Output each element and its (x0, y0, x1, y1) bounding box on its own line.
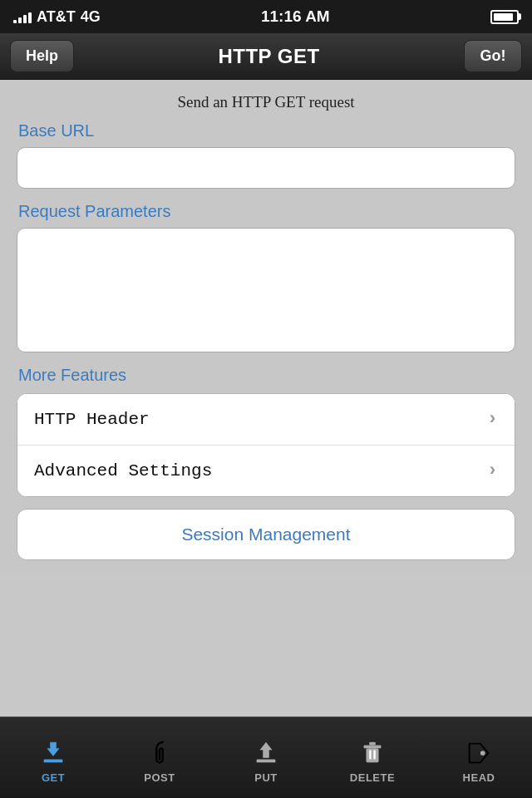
help-button[interactable]: Help (10, 40, 74, 72)
chevron-right-icon: › (487, 461, 498, 481)
request-params-label: Request Parameters (17, 202, 515, 221)
put-icon (251, 738, 281, 768)
post-icon (145, 738, 175, 768)
svg-marker-1 (47, 742, 59, 756)
tab-put-label: PUT (254, 771, 278, 784)
battery-icon (490, 10, 519, 24)
head-icon (464, 738, 494, 768)
go-button[interactable]: Go! (464, 40, 522, 72)
tab-put[interactable]: PUT (213, 717, 319, 798)
status-right (490, 10, 519, 24)
session-management-button[interactable]: Session Management (17, 509, 515, 560)
tab-delete-label: DELETE (350, 771, 395, 784)
page-subtitle: Send an HTTP GET request (17, 93, 515, 111)
tab-post[interactable]: POST (106, 717, 213, 798)
base-url-input[interactable] (17, 147, 515, 189)
tab-bar: GET POST PUT (0, 717, 532, 798)
more-features-list: HTTP Header › Advanced Settings › (17, 393, 515, 497)
svg-marker-3 (259, 742, 272, 758)
nav-bar: Help HTTP GET Go! (0, 33, 532, 80)
http-header-item[interactable]: HTTP Header › (17, 394, 515, 446)
tab-post-label: POST (144, 771, 175, 784)
chevron-right-icon: › (487, 409, 498, 430)
status-left: AT&T 4G (13, 8, 101, 26)
signal-icon (13, 10, 32, 23)
svg-rect-8 (373, 750, 375, 759)
tab-head-label: HEAD (463, 771, 495, 784)
get-icon (38, 738, 68, 768)
advanced-settings-item[interactable]: Advanced Settings › (17, 446, 515, 496)
carrier-label: AT&T (37, 8, 76, 26)
svg-rect-6 (369, 742, 376, 746)
advanced-settings-label: Advanced Settings (34, 461, 212, 480)
http-header-label: HTTP Header (34, 410, 150, 429)
nav-title: HTTP GET (218, 45, 319, 68)
time-label: 11:16 AM (261, 7, 330, 26)
tab-get-label: GET (42, 771, 65, 784)
svg-point-9 (480, 751, 485, 756)
base-url-label: Base URL (17, 121, 515, 140)
tab-delete[interactable]: DELETE (319, 717, 426, 798)
more-features-label: More Features (17, 366, 515, 385)
svg-rect-2 (257, 760, 276, 763)
status-bar: AT&T 4G 11:16 AM (0, 0, 532, 33)
svg-rect-4 (366, 748, 378, 762)
svg-rect-7 (369, 750, 371, 759)
svg-rect-0 (44, 760, 63, 763)
request-params-input[interactable] (17, 228, 515, 352)
main-content: Send an HTTP GET request Base URL Reques… (0, 80, 532, 574)
delete-icon (357, 738, 387, 768)
tab-head[interactable]: HEAD (426, 717, 532, 798)
network-label: 4G (81, 8, 101, 26)
svg-rect-5 (364, 746, 382, 749)
tab-get[interactable]: GET (0, 717, 106, 798)
